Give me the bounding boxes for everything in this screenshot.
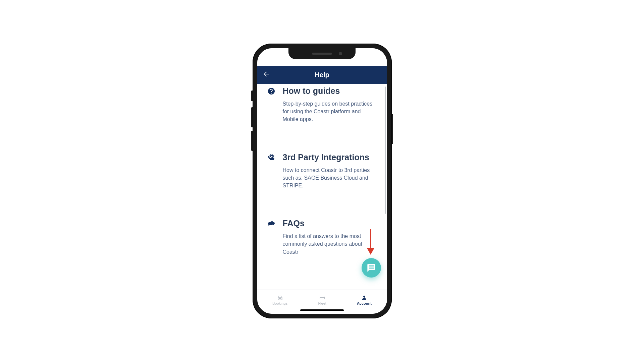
arrow-left-icon: [263, 70, 270, 78]
nav-account[interactable]: Account: [357, 295, 372, 305]
fleet-icon: [319, 295, 326, 301]
help-section-integrations[interactable]: 3rd Party Integrations How to connect Co…: [267, 150, 381, 217]
home-indicator[interactable]: [300, 309, 344, 311]
phone-frame: Help How to guides Step-by-step guides o…: [253, 44, 392, 318]
help-section-how-to-guides[interactable]: How to guides Step-by-step guides on bes…: [267, 84, 381, 150]
nav-label: Account: [357, 301, 372, 305]
nav-bookings[interactable]: Bookings: [272, 295, 287, 305]
volume-up-button: [251, 107, 253, 127]
svg-marker-1: [367, 248, 374, 255]
section-desc: Step-by-step guides on best practices fo…: [283, 100, 378, 123]
stage: Help How to guides Step-by-step guides o…: [0, 0, 644, 362]
handshake-icon: [267, 152, 276, 190]
person-icon: [361, 295, 368, 301]
section-text: How to guides Step-by-step guides on bes…: [283, 86, 381, 123]
chat-bubble-icon: [367, 263, 376, 273]
chat-fab[interactable]: [362, 258, 381, 278]
back-button[interactable]: [263, 70, 270, 79]
section-desc: Find a list of answers to the most commo…: [283, 232, 378, 256]
section-title: FAQs: [283, 218, 378, 228]
section-text: 3rd Party Integrations How to connect Co…: [283, 152, 381, 190]
power-button: [392, 114, 393, 144]
nav-label: Bookings: [272, 301, 287, 305]
nav-fleet[interactable]: Fleet: [318, 295, 326, 305]
section-title: 3rd Party Integrations: [283, 152, 378, 162]
car-icon: [276, 295, 284, 301]
annotation-arrow: [366, 229, 376, 257]
section-desc: How to connect Coastr to 3rd parties suc…: [283, 166, 378, 190]
speaker: [312, 53, 332, 55]
front-camera: [339, 52, 342, 55]
screen: Help How to guides Step-by-step guides o…: [257, 48, 387, 314]
section-title: How to guides: [283, 86, 378, 96]
question-circle-icon: [267, 86, 276, 123]
notch: [288, 48, 356, 59]
volume-down-button: [251, 131, 253, 151]
help-section-faqs[interactable]: FAQs Find a list of answers to the most …: [267, 216, 381, 259]
nav-label: Fleet: [318, 301, 326, 305]
page-title: Help: [315, 71, 329, 79]
chat-icon: [267, 218, 276, 256]
app-header: Help: [257, 66, 387, 84]
scroll-indicator[interactable]: [385, 86, 386, 214]
